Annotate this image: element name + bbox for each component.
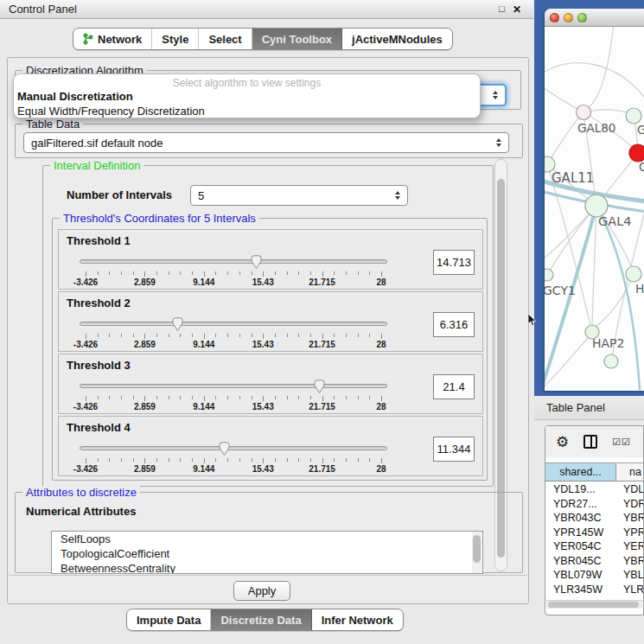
tick-mark [310,458,311,462]
tick-label: 2.859 [134,340,156,349]
tab-style[interactable]: Style [152,29,199,49]
tick-mark [156,271,157,275]
red-node[interactable] [629,144,644,162]
threshold-slider[interactable]: -3.4262.8599.14415.4321.71528 [80,441,387,474]
scrollbar-thumb[interactable] [548,602,639,608]
threshold-slider[interactable]: -3.4262.8599.14415.4321.71528 [80,379,387,411]
table-horizontal-scrollbar[interactable] [546,600,642,609]
slider-track[interactable] [80,446,387,450]
tick-label: -3.426 [73,402,98,411]
tick-label: 21.715 [309,402,335,411]
tick-mark [192,271,193,275]
table-row[interactable]: YER054CYER0 [545,539,643,554]
tick-mark [215,271,216,275]
tab-label: Infer Network [322,614,393,627]
tab-network[interactable]: Network [73,29,152,49]
list-item[interactable]: BetweennessCentrality [52,561,482,574]
close-icon[interactable]: ✕ [513,3,521,16]
table-data-group: Table Data galFiltered.sif default node [15,124,523,158]
table-row[interactable]: YIL052CYIL0 [545,596,643,599]
slider-track[interactable] [80,322,387,326]
tick-mark [275,396,276,399]
checkbox-icons[interactable]: ☑☑ [612,437,631,448]
tick-label: 28 [376,464,386,474]
table-row[interactable]: YBL079WYBL0 [545,568,643,583]
top-right-node[interactable] [626,108,641,124]
tab-impute-data[interactable]: Impute Data [127,609,211,630]
tick-mark [204,334,205,339]
threshold-value-field[interactable]: 11.344 [433,437,475,462]
tick-mark [156,458,157,462]
split-columns-icon[interactable] [583,435,597,449]
dropdown-hint: Select algorithm to view settings [14,74,480,89]
table-row[interactable]: YDL19...YDL1 [545,482,643,497]
tick-mark [204,458,205,463]
tick-mark [252,458,252,462]
table-row[interactable]: YLR345WYLR3 [545,583,643,597]
tab-discretize-data[interactable]: Discretize Data [211,609,311,630]
threshold-label: Threshold 3 [67,359,131,372]
tick-mark [98,334,99,337]
tab-cyni-toolbox[interactable]: Cyni Toolbox [252,29,342,49]
gear-icon[interactable]: ⚙ [556,433,569,451]
tick-mark [322,334,323,339]
tick-mark [358,458,359,462]
tick-mark [239,334,240,337]
threshold-value-field[interactable]: 21.4 [433,374,475,399]
list-scrollbar[interactable] [472,532,481,574]
apply-button[interactable]: Apply [233,581,290,601]
list-item[interactable]: SelfLoops [52,532,482,546]
zoom-traffic-light-icon[interactable] [577,13,587,22]
node-label: C [639,160,644,174]
dropdown-option-equal-width[interactable]: Equal Width/Frequency Discretization [14,104,480,118]
GAL80-node[interactable] [577,105,591,120]
attributes-group-title: Attributes to discretize [22,486,140,499]
tick-mark [239,396,240,399]
slider-thumb[interactable] [313,379,326,394]
bottom-node[interactable] [604,354,618,368]
number-of-intervals-combobox[interactable]: 5 [190,185,408,206]
tick-mark [109,271,110,275]
tick-mark [381,396,382,401]
tab-select[interactable]: Select [199,29,252,49]
dropdown-option-manual[interactable]: Manual Discretization [14,89,480,104]
tick-mark [369,271,370,275]
right-mid-node[interactable] [626,266,641,282]
slider-thumb[interactable] [250,254,263,270]
threshold-panel-2: Threshold 2-3.4262.8599.14415.4321.71528… [58,291,483,352]
minimize-traffic-light-icon[interactable] [564,13,573,22]
column-header-shared-name[interactable]: shared... [545,463,616,481]
tab-label: Network [98,33,142,46]
tick-mark [133,458,134,462]
table-data-combobox[interactable]: galFiltered.sif default node [23,132,509,153]
numerical-attributes-list[interactable]: SelfLoopsTopologicalCoefficientBetweenne… [51,531,483,574]
tick-label: 21.715 [309,340,335,349]
number-of-intervals-value: 5 [198,189,204,202]
threshold-slider[interactable]: -3.4262.8599.14415.4321.71528 [80,254,387,287]
tab-jactivemnodules[interactable]: jActiveMNodules [342,29,452,49]
table-row[interactable]: YBR043CYBR0 [545,511,643,526]
threshold-value-field[interactable]: 14.713 [433,250,475,275]
slider-thumb[interactable] [218,441,231,456]
slider-thumb[interactable] [171,316,184,332]
tick-label: 15.43 [252,464,274,474]
threshold-value-field[interactable]: 6.316 [433,312,475,337]
table-row[interactable]: YDR27...YDR2 [545,497,643,512]
tick-mark [156,334,157,337]
table-row[interactable]: YPR145WYPR1 [545,526,643,540]
table-row[interactable]: YBR045CYBR0 [545,554,643,569]
threshold-panel-4: Threshold 4-3.4262.8599.14415.4321.71528… [58,416,483,476]
list-item[interactable]: TopologicalCoefficient [52,546,482,561]
slider-track[interactable] [80,384,387,388]
float-window-icon[interactable]: □ [499,3,505,16]
tick-label: -3.426 [73,340,98,349]
column-header-name[interactable]: na [616,463,643,481]
tab-infer-network[interactable]: Infer Network [312,609,403,630]
slider-track[interactable] [80,259,387,264]
tick-mark [144,334,145,339]
close-traffic-light-icon[interactable] [550,13,559,22]
scrollbar-thumb[interactable] [473,535,481,563]
network-canvas[interactable]: GAL80GCGAL11GAL4GCY1HHAP2 [545,27,644,391]
GCY1-node[interactable] [545,269,553,281]
threshold-slider[interactable]: -3.4262.8599.14415.4321.71528 [80,316,387,349]
